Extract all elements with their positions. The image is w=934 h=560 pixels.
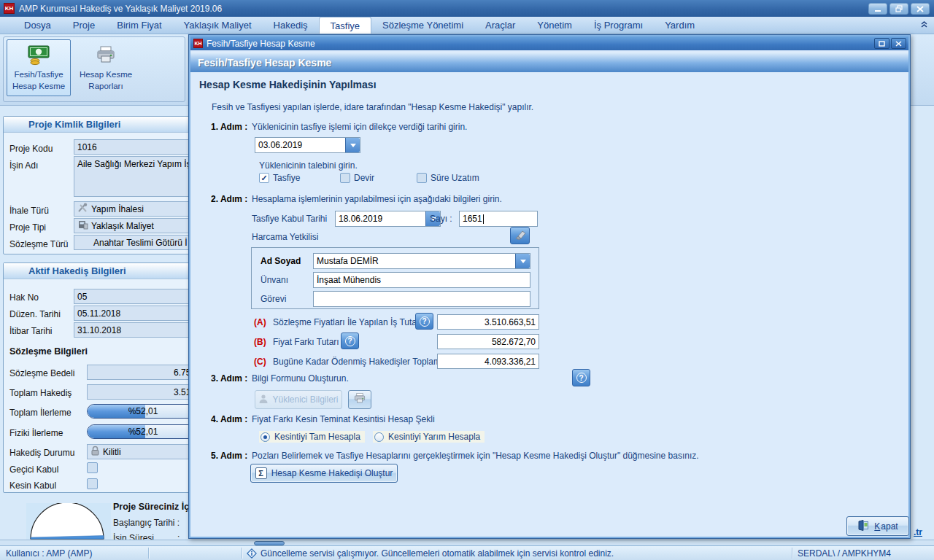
duzen-tarihi-value: 05.11.2018	[77, 308, 120, 319]
checkbox-label: Süre Uzatım	[431, 173, 479, 183]
amount-c-key: (C)	[254, 357, 266, 367]
step3-text: Bilgi Formunu Oluşturun.	[252, 373, 349, 384]
dialog-title-bar: KH Fesih/Tasfiye Hesap Kesme	[190, 36, 908, 50]
tasfiye-kabul-tarihi-value: 18.06.2019	[339, 214, 382, 224]
unvani-label: Ünvanı	[260, 275, 288, 285]
menu-hakedis[interactable]: Hakediş	[263, 17, 319, 34]
status-update-message: Güncelleme servisi çalışmıyor. Güncellem…	[260, 548, 614, 559]
close-icon[interactable]	[911, 3, 930, 15]
menu-sozlesme-yonetimi[interactable]: Sözleşme Yönetimi	[371, 17, 474, 34]
help-button-a[interactable]: ?	[415, 313, 433, 330]
toplam-hakedis-label: Toplam Hakediş	[9, 388, 72, 398]
sozlesme-bedeli-field: 6.750	[87, 365, 199, 380]
sayi-input[interactable]: 1651	[459, 211, 538, 227]
proje-kodu-value: 1016	[77, 142, 97, 152]
minimize-icon[interactable]	[868, 3, 887, 15]
dialog-icon: KH	[193, 39, 203, 48]
progress-value: %52,01	[88, 425, 198, 438]
ribbon-button-label: Raporları	[88, 81, 123, 91]
help-button-b[interactable]: ?	[341, 332, 359, 349]
dialog-maximize-icon[interactable]	[874, 38, 889, 49]
dialog-close-icon[interactable]	[891, 38, 906, 49]
amount-c-value: 4.093.336,21	[485, 357, 536, 367]
radio-label: Kesintiyi Yarım Hesapla	[388, 432, 480, 442]
menu-proje[interactable]: Proje	[62, 17, 106, 34]
ad-soyad-label: Ad Soyad	[260, 256, 301, 266]
gorevi-input[interactable]	[313, 291, 530, 307]
itibar-tarihi-field[interactable]: 31.10.2018	[74, 322, 199, 338]
menu-araclar[interactable]: Araçlar	[474, 17, 526, 34]
person-icon	[258, 394, 269, 406]
estimate-icon	[77, 219, 88, 232]
erase-button[interactable]	[510, 227, 530, 244]
kesin-kabul-checkbox[interactable]	[87, 478, 98, 489]
amount-a-key: (A)	[254, 317, 266, 327]
amount-c-label: Bugüne Kadar Ödenmiş Hakedişler Toplamı	[273, 357, 443, 367]
collapse-ribbon-icon[interactable]	[920, 20, 928, 31]
print-form-button[interactable]	[348, 390, 371, 409]
tasfiye-kabul-tarihi-datepicker[interactable]: 18.06.2019	[335, 211, 441, 227]
dialog-controls	[874, 38, 906, 49]
dilekce-tarihi-datepicker[interactable]: 03.06.2019	[255, 137, 360, 153]
amount-b-label: Fiyat Farkı Tutarı	[273, 337, 339, 347]
gecici-kabul-label: Geçici Kabul	[9, 464, 58, 475]
restore-icon[interactable]	[889, 3, 908, 15]
lock-icon	[90, 446, 100, 459]
duzen-tarihi-field[interactable]: 05.11.2018	[74, 306, 199, 321]
kesinti-tam-radio[interactable]: Kesintiyi Tam Hesapla	[259, 431, 365, 443]
sozlesme-turu-value: Anahtar Teslimi Götürü İ	[93, 238, 188, 248]
devir-checkbox[interactable]: Devir	[340, 173, 374, 183]
chevron-down-icon[interactable]	[515, 254, 530, 268]
website-link-fragment[interactable]: .tr	[914, 527, 922, 537]
itibar-tarihi-label: İtibar Tarihi	[9, 326, 52, 336]
menu-yaklasik-maliyet[interactable]: Yaklaşık Maliyet	[173, 17, 263, 34]
menu-yardim[interactable]: Yardım	[654, 17, 706, 34]
app-window: KH AMP Kurumsal Hakediş ve Yaklaşık Mali…	[0, 0, 934, 560]
status-machine: SERDAL\ / AMPKHYM4	[798, 548, 891, 559]
hak-no-field[interactable]: 05	[74, 289, 199, 304]
unvani-input[interactable]: İnşaat Mühendis	[313, 272, 530, 288]
radio-label: Kesintiyi Tam Hesapla	[274, 432, 360, 442]
hesap-kesme-raporlari-button[interactable]: Hesap Kesme Raporları	[74, 39, 138, 96]
tasfiye-checkbox[interactable]: Tasfiye	[259, 173, 300, 183]
proje-kodu-field[interactable]: 1016	[74, 139, 199, 155]
sozlesme-bedeli-label: Sözleşme Bedeli	[9, 368, 74, 378]
yuklenici-bilgileri-button[interactable]: Yüklenici Bilgileri	[255, 390, 342, 409]
checkbox-icon	[259, 173, 269, 183]
ad-soyad-combobox[interactable]: Mustafa DEMİR	[313, 253, 530, 269]
kesinti-yarim-radio[interactable]: Kesintiyi Yarım Hesapla	[373, 431, 485, 443]
horizontal-scrollbar[interactable]	[0, 540, 934, 545]
toplam-hakedis-field: 3.510	[87, 384, 199, 400]
menu-dosya[interactable]: Dosya	[13, 17, 62, 34]
menu-yonetim[interactable]: Yönetim	[526, 17, 583, 34]
info-icon	[247, 548, 257, 560]
sure-uzatim-checkbox[interactable]: Süre Uzatım	[417, 173, 479, 183]
menu-tasfiye[interactable]: Tasfiye	[319, 17, 371, 34]
baslangic-tarihi-label: Başlangıç Tarihi :	[113, 518, 180, 528]
step4-text: Fiyat Farkı Kesin Teminat Kesintisi Hesa…	[252, 414, 435, 424]
fiziki-ilerleme-progressbar: %52,01	[87, 424, 199, 439]
help-button-step3[interactable]: ?	[572, 369, 590, 386]
progress-value: %52,01	[88, 405, 198, 418]
chevron-down-icon[interactable]	[345, 138, 360, 152]
proje-tipi-field[interactable]: Yaklaşık Maliyet	[74, 218, 199, 233]
status-divider	[792, 548, 792, 559]
fesih-tasfiye-hesap-kesme-button[interactable]: Fesih/Tasfiye Hesap Kesme	[7, 39, 71, 96]
sigma-icon: Σ	[255, 467, 267, 479]
yuklenici-bilgileri-label: Yüklenici Bilgileri	[272, 394, 338, 405]
kapat-button[interactable]: Kapat	[846, 516, 909, 536]
isin-adi-field[interactable]: Aile Sağlığı Merkezi Yapım İş	[74, 156, 199, 197]
question-icon: ?	[345, 336, 355, 346]
printer-icon	[353, 392, 366, 407]
menu-birim-fiyat[interactable]: Birim Fiyat	[106, 17, 172, 34]
menu-is-programi[interactable]: İş Programı	[583, 17, 654, 34]
ihale-turu-field[interactable]: Yapım İhalesi	[74, 201, 199, 217]
window-controls	[868, 3, 930, 15]
hesap-kesme-olustur-button[interactable]: Σ Hesap Kesme Hakedişi Oluştur	[250, 464, 398, 483]
sozlesme-turu-field[interactable]: Anahtar Teslimi Götürü İ	[74, 235, 199, 250]
step2-text: Hesaplama işlemlerinin yapılabilmesi içi…	[252, 194, 502, 204]
gecici-kabul-checkbox[interactable]	[87, 462, 98, 473]
tools-icon	[77, 203, 88, 215]
kapat-label-k: K	[874, 521, 880, 532]
hak-no-label: Hak No	[9, 292, 39, 303]
